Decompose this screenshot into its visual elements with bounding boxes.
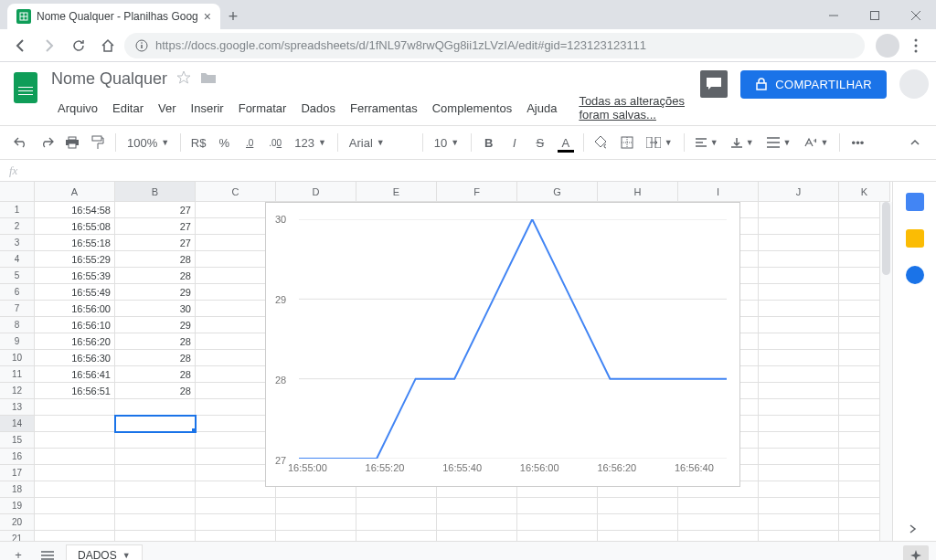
cell-A17[interactable] — [35, 465, 115, 481]
italic-button[interactable]: I — [503, 131, 526, 154]
text-rotation-button[interactable]: ▼ — [798, 137, 834, 148]
menu-formatar[interactable]: Formatar — [232, 98, 293, 119]
cell-H20[interactable] — [598, 514, 678, 531]
browser-tab[interactable]: Nome Qualquer - Planilhas Goog × — [7, 4, 220, 29]
cell-I21[interactable] — [678, 531, 759, 541]
cell-C5[interactable] — [196, 268, 276, 284]
cell-J1[interactable] — [759, 202, 839, 218]
cell-A8[interactable]: 16:56:10 — [35, 317, 115, 333]
currency-button[interactable]: R$ — [186, 131, 210, 154]
cell-J19[interactable] — [759, 498, 839, 514]
cell-J8[interactable] — [759, 317, 839, 333]
forward-button[interactable] — [37, 33, 62, 58]
chrome-menu-button[interactable] — [903, 33, 929, 58]
maximize-button[interactable] — [854, 2, 895, 29]
column-header-B[interactable]: B — [115, 182, 196, 202]
new-tab-button[interactable]: + — [220, 4, 246, 29]
cell-B13[interactable] — [115, 399, 196, 416]
cell-A4[interactable]: 16:55:29 — [35, 251, 115, 268]
cell-E21[interactable] — [356, 531, 437, 541]
all-sheets-button[interactable] — [37, 544, 58, 561]
cell-J17[interactable] — [759, 465, 839, 481]
row-header-14[interactable]: 14 — [0, 416, 35, 432]
reload-button[interactable] — [66, 33, 91, 58]
row-header-8[interactable]: 8 — [0, 317, 35, 333]
percent-button[interactable]: % — [212, 131, 236, 154]
cell-J6[interactable] — [759, 284, 839, 301]
share-button[interactable]: COMPARTILHAR — [740, 70, 887, 99]
cell-J9[interactable] — [759, 333, 839, 350]
tab-close-icon[interactable]: × — [204, 9, 211, 24]
cell-C1[interactable] — [196, 202, 276, 218]
cell-B5[interactable]: 28 — [115, 268, 196, 284]
cell-A7[interactable]: 16:56:00 — [35, 301, 115, 317]
cell-G21[interactable] — [517, 531, 598, 541]
cell-A12[interactable]: 16:56:51 — [35, 383, 115, 399]
text-wrap-button[interactable]: ▼ — [761, 137, 797, 148]
cell-B21[interactable] — [115, 531, 196, 541]
cell-B4[interactable]: 28 — [115, 251, 196, 268]
decrease-decimal-button[interactable]: .0 — [238, 131, 261, 154]
menu-ver[interactable]: Ver — [152, 98, 183, 119]
cell-A20[interactable] — [35, 514, 115, 531]
print-button[interactable] — [60, 131, 84, 154]
cell-J15[interactable] — [759, 432, 839, 449]
paint-format-button[interactable] — [86, 131, 110, 154]
cell-J4[interactable] — [759, 251, 839, 268]
menu-complementos[interactable]: Complementos — [426, 98, 518, 119]
redo-button[interactable] — [35, 131, 58, 154]
select-all-corner[interactable] — [0, 182, 35, 202]
zoom-dropdown[interactable]: 100%▼ — [122, 136, 175, 150]
font-size-dropdown[interactable]: 10▼ — [429, 136, 465, 150]
cell-G19[interactable] — [517, 498, 598, 514]
cell-C16[interactable] — [196, 449, 276, 465]
undo-button[interactable] — [9, 131, 33, 154]
vertical-scrollbar[interactable] — [879, 202, 892, 541]
column-header-E[interactable]: E — [356, 182, 437, 202]
cell-C10[interactable] — [196, 350, 276, 366]
url-bar[interactable]: https://docs.google.com/spreadsheets/d/1… — [124, 33, 865, 58]
cell-C20[interactable] — [196, 514, 276, 531]
cell-C12[interactable] — [196, 383, 276, 399]
cell-C9[interactable] — [196, 333, 276, 350]
cell-B17[interactable] — [115, 465, 196, 481]
row-header-10[interactable]: 10 — [0, 350, 35, 366]
column-header-G[interactable]: G — [517, 182, 598, 202]
close-window-button[interactable] — [895, 2, 936, 29]
chrome-profile-avatar[interactable] — [876, 34, 899, 58]
cell-B14[interactable] — [115, 416, 196, 432]
column-header-I[interactable]: I — [678, 182, 759, 202]
cell-J20[interactable] — [759, 514, 839, 531]
cell-D19[interactable] — [276, 498, 356, 514]
column-header-F[interactable]: F — [437, 182, 517, 202]
add-sheet-button[interactable]: + — [7, 544, 29, 561]
cell-H19[interactable] — [598, 498, 678, 514]
row-header-9[interactable]: 9 — [0, 333, 35, 350]
cell-A21[interactable] — [35, 531, 115, 541]
row-header-21[interactable]: 21 — [0, 531, 35, 541]
row-header-19[interactable]: 19 — [0, 498, 35, 514]
row-header-13[interactable]: 13 — [0, 399, 35, 416]
cell-C13[interactable] — [196, 399, 276, 416]
menu-ferramentas[interactable]: Ferramentas — [344, 98, 424, 119]
cell-A9[interactable]: 16:56:20 — [35, 333, 115, 350]
cell-C19[interactable] — [196, 498, 276, 514]
row-header-7[interactable]: 7 — [0, 301, 35, 317]
cell-J13[interactable] — [759, 399, 839, 416]
cell-E20[interactable] — [356, 514, 437, 531]
home-button[interactable] — [95, 33, 121, 58]
sheet-tab[interactable]: DADOS▼ — [66, 544, 143, 560]
cell-C7[interactable] — [196, 301, 276, 317]
cell-C15[interactable] — [196, 432, 276, 449]
bold-button[interactable]: B — [477, 131, 501, 154]
cell-J14[interactable] — [759, 416, 839, 432]
comments-button[interactable] — [700, 70, 728, 98]
cell-A16[interactable] — [35, 449, 115, 465]
user-avatar[interactable] — [899, 69, 929, 99]
move-folder-icon[interactable] — [200, 71, 217, 87]
cell-A3[interactable]: 16:55:18 — [35, 235, 115, 251]
cell-I20[interactable] — [678, 514, 759, 531]
menu-dados[interactable]: Dados — [294, 98, 342, 119]
cell-B20[interactable] — [115, 514, 196, 531]
cell-E19[interactable] — [356, 498, 437, 514]
